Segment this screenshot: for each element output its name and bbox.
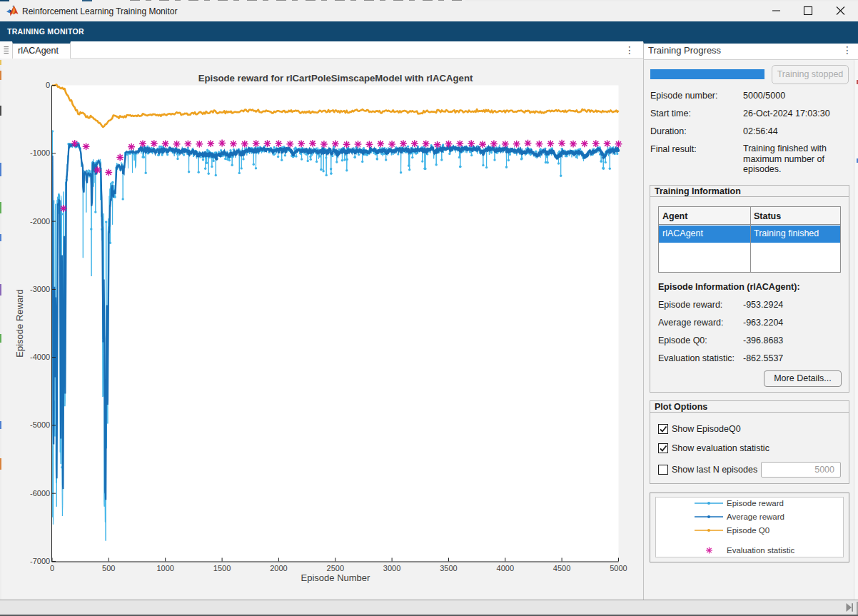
svg-text:0: 0 bbox=[50, 564, 54, 572]
svg-text:5000: 5000 bbox=[610, 564, 627, 572]
svg-text:1000: 1000 bbox=[156, 564, 173, 572]
svg-text:2500: 2500 bbox=[327, 564, 344, 572]
svg-text:Episode Number: Episode Number bbox=[301, 572, 370, 583]
svg-text:500: 500 bbox=[102, 564, 115, 572]
svg-text:-2000: -2000 bbox=[30, 217, 50, 226]
svg-text:4000: 4000 bbox=[497, 564, 514, 572]
svg-text:3500: 3500 bbox=[440, 564, 457, 572]
svg-text:Episode Q0: Episode Q0 bbox=[727, 526, 769, 535]
svg-text:Episode reward for rlCartPoleS: Episode reward for rlCartPoleSimscapeMod… bbox=[198, 73, 473, 84]
svg-text:-5000: -5000 bbox=[30, 420, 50, 429]
svg-text:-6000: -6000 bbox=[30, 489, 50, 498]
svg-text:Average reward: Average reward bbox=[727, 513, 784, 521]
svg-text:Episode reward: Episode reward bbox=[727, 499, 784, 508]
svg-text:-7000: -7000 bbox=[30, 557, 50, 565]
svg-text:Evaluation statistic: Evaluation statistic bbox=[727, 546, 794, 555]
svg-text:-4000: -4000 bbox=[30, 353, 50, 361]
svg-text:-1000: -1000 bbox=[30, 148, 50, 157]
svg-text:2000: 2000 bbox=[270, 564, 287, 572]
svg-text:4500: 4500 bbox=[553, 564, 570, 572]
svg-text:0: 0 bbox=[46, 81, 50, 89]
svg-text:3000: 3000 bbox=[383, 564, 400, 572]
svg-text:-3000: -3000 bbox=[30, 285, 50, 293]
svg-text:1500: 1500 bbox=[213, 564, 231, 572]
svg-text:Episode Reward: Episode Reward bbox=[14, 289, 25, 357]
